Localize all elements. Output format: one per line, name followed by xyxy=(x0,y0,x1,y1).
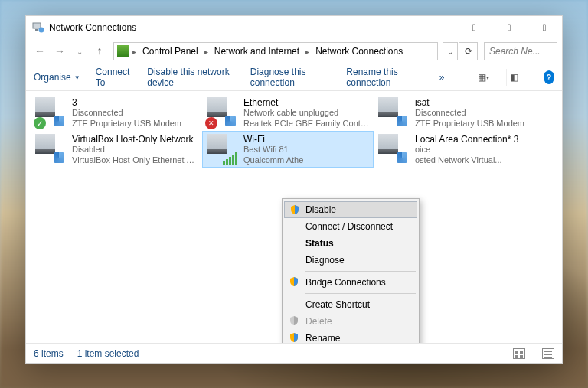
network-connections-window: Network Connections    ← → ⌄ ↑ ▸ Cont… xyxy=(25,15,563,364)
status-bar: 6 items 1 item selected xyxy=(26,343,562,363)
connections-grid: 3DisconnectedZTE Proprietary USB ModemEt… xyxy=(26,91,562,171)
connection-device: VirtualBox Host-Only Ethernet Ad... xyxy=(72,155,198,165)
title-bar: Network Connections    xyxy=(26,16,562,39)
content-area[interactable]: 3DisconnectedZTE Proprietary USB ModemEt… xyxy=(26,91,562,343)
network-connections-icon xyxy=(32,21,44,34)
item-count: 6 items xyxy=(34,348,64,359)
chevron-down-icon: ▼ xyxy=(74,74,80,81)
menu-item-connect-disconnect[interactable]: Connect / Disconnect xyxy=(284,218,417,235)
svg-rect-0 xyxy=(33,23,41,28)
network-adapter-icon xyxy=(207,97,237,128)
menu-separator xyxy=(305,271,416,272)
svg-rect-1 xyxy=(35,29,38,31)
connection-status: Best Wifi 81 xyxy=(243,144,303,154)
shield-icon xyxy=(289,332,299,343)
tiles-view-button[interactable] xyxy=(513,348,525,359)
connection-item[interactable]: EthernetNetwork cable unpluggedRealtek P… xyxy=(202,94,374,131)
menu-separator xyxy=(305,293,416,294)
minimize-button[interactable]:  xyxy=(456,16,492,39)
organise-menu[interactable]: Organise▼ xyxy=(34,72,80,83)
back-button[interactable]: ← xyxy=(31,42,49,60)
error-badge-icon xyxy=(205,117,217,129)
recent-locations[interactable]: ⌄ xyxy=(70,42,89,60)
chevron-right-icon: ▸ xyxy=(132,47,136,56)
disable-device-button[interactable]: Disable this network device xyxy=(147,67,235,88)
shield-icon xyxy=(289,315,299,326)
menu-item-rename[interactable]: Rename xyxy=(284,330,417,343)
crumb-control-panel[interactable]: Control Panel xyxy=(139,46,201,57)
breadcrumb[interactable]: ▸ Control Panel ▸ Network and Internet ▸… xyxy=(113,42,438,60)
up-button[interactable]: ↑ xyxy=(90,42,109,60)
connection-status: Disconnected xyxy=(72,107,181,117)
shield-icon xyxy=(289,204,300,215)
network-adapter-icon xyxy=(35,97,66,128)
context-menu: Disable Connect / Disconnect Status Diag… xyxy=(282,198,420,343)
forward-button[interactable]: → xyxy=(51,42,69,60)
diagnose-button[interactable]: Diagnose this connection xyxy=(250,67,332,88)
rename-button[interactable]: Rename this connection xyxy=(346,67,423,88)
connection-status: Network cable unplugged xyxy=(243,107,369,117)
menu-item-status[interactable]: Status xyxy=(284,235,417,252)
connection-item[interactable]: isatDisconnectedZTE Proprietary USB Mode… xyxy=(374,94,545,131)
connection-name: VirtualBox Host-Only Network xyxy=(72,134,198,144)
window-title: Network Connections xyxy=(49,22,456,33)
menu-item-bridge[interactable]: Bridge Connections xyxy=(284,274,417,291)
network-adapter-icon xyxy=(378,97,409,128)
chevron-right-icon: ▸ xyxy=(204,47,208,56)
menu-item-diagnose[interactable]: Diagnose xyxy=(284,252,417,269)
refresh-button[interactable]: ⟳ xyxy=(459,42,478,60)
connection-name: Local Area Connection* 3 xyxy=(415,134,518,144)
chevron-right-icon: ▸ xyxy=(305,47,309,56)
search-input[interactable]: Search Ne... xyxy=(484,42,557,60)
signal-strength-icon xyxy=(223,152,237,165)
menu-item-create-shortcut[interactable]: Create Shortcut xyxy=(284,296,417,313)
connection-device: Qualcomm Athe xyxy=(243,155,303,165)
address-history-dropdown[interactable]: ⌄ xyxy=(443,42,458,60)
connection-item[interactable]: VirtualBox Host-Only NetworkDisabledVirt… xyxy=(31,131,202,168)
command-bar: Organise▼ Connect To Disable this networ… xyxy=(26,64,562,91)
overflow-button[interactable]: » xyxy=(439,72,445,83)
connection-item[interactable]: Local Area Connection* 3oiceosted Networ… xyxy=(374,131,545,168)
connection-device: osted Network Virtual... xyxy=(415,155,518,165)
connection-device: ZTE Proprietary USB Modem xyxy=(415,118,524,128)
connection-item[interactable]: Wi-FiBest Wifi 81Qualcomm Athe xyxy=(202,131,374,168)
connect-to-button[interactable]: Connect To xyxy=(96,67,132,88)
crumb-network-connections[interactable]: Network Connections xyxy=(312,46,406,57)
connection-name: Ethernet xyxy=(243,97,369,107)
selection-count: 1 item selected xyxy=(77,348,139,359)
view-menu[interactable]: ▦▾ xyxy=(475,69,491,86)
connection-device: Realtek PCIe GBE Family Controller xyxy=(243,118,369,128)
details-view-button[interactable] xyxy=(542,348,554,359)
network-adapter-icon xyxy=(35,134,66,165)
shield-icon xyxy=(289,276,299,287)
wifi-adapter-icon xyxy=(207,134,237,165)
menu-item-disable[interactable]: Disable xyxy=(284,201,417,218)
search-placeholder: Search Ne... xyxy=(489,46,541,57)
ok-badge-icon xyxy=(34,117,46,129)
connection-device: ZTE Proprietary USB Modem xyxy=(72,118,181,128)
address-bar-row: ← → ⌄ ↑ ▸ Control Panel ▸ Network and In… xyxy=(26,39,562,64)
crumb-network-internet[interactable]: Network and Internet xyxy=(211,46,302,57)
network-adapter-icon xyxy=(378,134,409,165)
preview-pane-toggle[interactable]: ◧ xyxy=(506,69,522,86)
connection-status: oice xyxy=(415,144,518,154)
svg-point-2 xyxy=(39,28,44,33)
connection-status: Disabled xyxy=(72,144,198,154)
maximize-button[interactable]:  xyxy=(492,16,527,39)
menu-item-delete: Delete xyxy=(284,313,417,330)
connection-status: Disconnected xyxy=(415,107,524,117)
close-button[interactable]:  xyxy=(527,16,562,39)
connection-name: Wi-Fi xyxy=(243,134,303,144)
help-button[interactable]: ? xyxy=(544,70,554,84)
control-panel-icon xyxy=(117,45,129,57)
connection-name: isat xyxy=(415,97,524,107)
connection-name: 3 xyxy=(72,97,181,107)
connection-item[interactable]: 3DisconnectedZTE Proprietary USB Modem xyxy=(31,94,202,131)
